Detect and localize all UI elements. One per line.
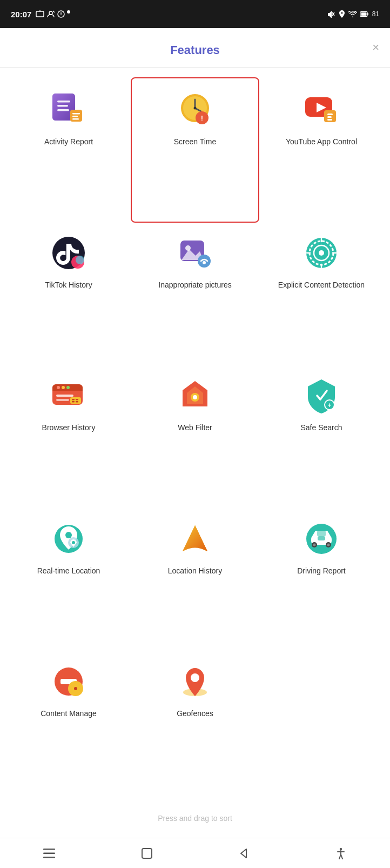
svg-marker-1	[38, 10, 42, 11]
svg-rect-11	[361, 12, 366, 16]
svg-point-45	[319, 250, 324, 256]
svg-point-41	[203, 261, 206, 264]
hamburger-icon	[43, 849, 55, 858]
status-bar: 20:07 81	[0, 0, 390, 28]
wifi-icon	[348, 11, 357, 17]
feature-label-browser-history: Browser History	[42, 423, 96, 433]
header: Features ×	[0, 28, 390, 68]
svg-rect-56	[56, 395, 73, 397]
feature-icon-activity-report	[49, 90, 88, 129]
feature-label-driving-report: Driving Report	[297, 566, 345, 576]
svg-point-72	[65, 532, 72, 538]
features-grid: Activity Report ! Screen Time YouTube Ap…	[0, 68, 390, 804]
svg-rect-0	[36, 11, 44, 17]
feature-icon-browser-history	[49, 376, 88, 415]
svg-rect-62	[76, 401, 78, 403]
svg-rect-20	[72, 118, 79, 120]
feature-label-location-history: Location History	[168, 566, 222, 576]
feature-item-web-filter[interactable]: Web Filter	[132, 364, 258, 508]
svg-rect-16	[57, 109, 69, 111]
svg-rect-96	[142, 849, 152, 858]
svg-rect-60	[76, 399, 78, 400]
feature-icon-geofences	[176, 662, 214, 701]
svg-rect-61	[72, 401, 75, 403]
feature-item-activity-report[interactable]: Activity Report	[5, 78, 132, 222]
feature-item-explicit-content-detection[interactable]: Explicit Content Detection	[258, 222, 385, 365]
feature-icon-screen-time: !	[176, 90, 214, 129]
feature-item-content-manage[interactable]: Content Manage	[5, 650, 132, 793]
feature-label-geofences: Geofences	[177, 709, 213, 719]
close-button[interactable]: ×	[372, 42, 379, 54]
svg-rect-18	[72, 113, 80, 115]
status-notif-icons	[36, 10, 70, 18]
feature-label-content-manage: Content Manage	[41, 709, 97, 719]
nav-menu-button[interactable]	[35, 844, 64, 863]
feature-item-realtime-location[interactable]: Real-time Location	[5, 508, 132, 651]
svg-rect-83	[318, 536, 325, 540]
feature-icon-tiktok-history	[49, 233, 88, 272]
svg-point-92	[191, 673, 199, 682]
feature-item-tiktok-history[interactable]: TikTok History	[5, 222, 132, 365]
svg-marker-97	[241, 849, 246, 858]
feature-item-screen-time[interactable]: ! Screen Time	[131, 77, 259, 223]
nav-accessibility-button[interactable]	[326, 843, 355, 864]
nav-home-button[interactable]	[133, 844, 161, 863]
feature-icon-web-filter	[176, 376, 214, 415]
feature-icon-driving-report	[302, 519, 341, 558]
feature-item-location-history[interactable]: Location History	[132, 508, 258, 651]
svg-rect-19	[72, 116, 78, 117]
back-arrow-icon	[239, 848, 248, 859]
battery-pct: 81	[372, 10, 379, 18]
svg-text:+: +	[327, 402, 331, 409]
accessibility-icon	[335, 847, 347, 859]
feature-icon-inappropriate-pictures	[176, 233, 214, 272]
feature-icon-content-manage	[49, 662, 88, 701]
status-time-area: 20:07	[11, 10, 70, 19]
feature-label-explicit-content-detection: Explicit Content Detection	[278, 280, 365, 290]
svg-rect-59	[72, 399, 75, 400]
svg-point-25	[194, 107, 197, 110]
home-square-icon	[142, 848, 152, 859]
status-time: 20:07	[11, 10, 31, 19]
svg-rect-15	[57, 105, 68, 107]
feature-item-inappropriate-pictures[interactable]: Inappropriate pictures	[132, 222, 258, 365]
svg-rect-32	[327, 116, 332, 118]
svg-point-2	[49, 11, 52, 15]
feature-icon-realtime-location	[49, 519, 88, 558]
svg-point-6	[67, 10, 70, 14]
feature-item-safe-search[interactable]: + Safe Search	[258, 364, 385, 508]
svg-rect-94	[43, 852, 55, 854]
location-status-icon	[339, 10, 345, 18]
main-card: Features × Activity Report ! Screen Time…	[0, 28, 390, 838]
svg-rect-31	[327, 113, 333, 115]
feature-item-geofences[interactable]: Geofences	[132, 650, 258, 793]
feature-icon-youtube-app-control	[302, 90, 341, 129]
svg-rect-93	[43, 849, 55, 850]
svg-point-80	[313, 543, 316, 546]
svg-rect-33	[327, 119, 332, 121]
feature-label-safe-search: Safe Search	[300, 423, 342, 433]
svg-point-90	[74, 687, 77, 690]
svg-rect-10	[367, 13, 368, 15]
feature-icon-location-history	[176, 519, 214, 558]
svg-line-102	[341, 854, 342, 859]
feature-item-driving-report[interactable]: Driving Report	[258, 508, 385, 651]
nav-back-button[interactable]	[230, 844, 257, 863]
mute-icon	[327, 10, 335, 18]
feature-icon-explicit-content-detection	[302, 233, 341, 272]
svg-line-3	[53, 11, 55, 12]
feature-item-youtube-app-control[interactable]: YouTube App Control	[258, 78, 385, 222]
svg-point-66	[193, 395, 197, 399]
svg-point-54	[62, 386, 65, 389]
feature-label-screen-time: Screen Time	[174, 137, 217, 147]
battery-save-icon	[360, 11, 369, 17]
svg-point-36	[76, 256, 84, 264]
feature-label-youtube-app-control: YouTube App Control	[286, 137, 357, 147]
status-right-icons: 81	[327, 10, 379, 18]
svg-rect-57	[56, 399, 69, 401]
feature-label-realtime-location: Real-time Location	[37, 566, 100, 576]
svg-rect-14	[57, 101, 70, 103]
svg-rect-85	[317, 531, 326, 536]
svg-rect-95	[43, 857, 55, 858]
feature-item-browser-history[interactable]: Browser History	[5, 364, 132, 508]
